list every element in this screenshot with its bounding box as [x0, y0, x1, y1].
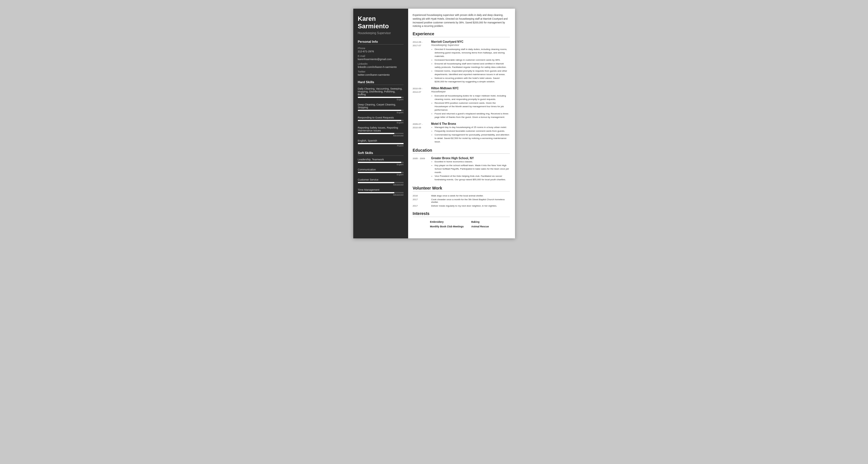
twitter-label: Twitter	[358, 70, 404, 73]
vol-year: 2017	[413, 205, 428, 207]
skill-name: Time Management	[358, 188, 404, 191]
entry-company: Motel 6 The Bronx	[431, 122, 510, 125]
phone-value: 212-671-2976	[358, 50, 404, 53]
education-entry: 2005 - 2009Greater Bronx High School, NY…	[413, 157, 510, 182]
volunteer-entry: 2016Walk dogs once a week for the local …	[413, 194, 510, 197]
entry-company: Hilton Midtown NYC	[431, 87, 510, 90]
skill-level: Advanced	[358, 183, 404, 186]
skill-bar-fill	[358, 182, 394, 183]
interest-item: Baking	[471, 220, 510, 224]
skill-level: Expert	[358, 111, 404, 114]
vol-year: 2017	[413, 198, 428, 204]
interests-grid: EmbroideryBakingMonthly Book Club Meetin…	[413, 220, 510, 228]
twitter-value: twitter.com/karen-sarmiento	[358, 73, 404, 76]
edu-bullets: Excelled in home economics classes.Key p…	[431, 160, 510, 181]
interest-item: Embroidery	[430, 220, 468, 224]
skill-name: Responding to Guest Requests	[358, 116, 404, 119]
experience-entries: 2014-08 - 2017-07Marriott Courtyard NYCH…	[413, 40, 510, 144]
volunteer-entry: 2017Cook chowder once a month for the 5t…	[413, 198, 510, 204]
education-section: Education 2005 - 2009Greater Bronx High …	[413, 148, 510, 182]
skill-level: Expert	[358, 98, 404, 101]
entry-jobtitle: Housekeeper	[431, 90, 510, 93]
skill-name: Deep Cleaning, Carpet Cleaning, Strippin…	[358, 103, 404, 109]
sidebar: Karen Sarmiento Housekeeping Supervisor …	[353, 9, 408, 238]
edu-body: Greater Bronx High School, NYExcelled in…	[431, 157, 510, 182]
bullet-item: Managed day to day housekeeping of 25 ro…	[435, 126, 510, 129]
edu-school: Greater Bronx High School, NY	[431, 157, 510, 160]
bullet-item: Executed all housekeeping duties for a m…	[435, 94, 510, 101]
bullet-item: Ensured all housekeeping staff were trai…	[435, 62, 510, 69]
skill-bar-bg	[358, 182, 404, 183]
experience-entry: 2014-08 - 2017-07Marriott Courtyard NYCH…	[413, 40, 510, 84]
edu-bullet-item: Excelled in home economics classes.	[435, 160, 510, 163]
volunteer-entry: 2017Deliver meals regularly to my next d…	[413, 205, 510, 207]
skill-name: Communication	[358, 168, 404, 171]
skill-bar-bg	[358, 192, 404, 193]
bullet-item: Commended by management for punctuality,…	[435, 133, 510, 144]
summary-text: Experienced housekeeping supervisor with…	[413, 13, 510, 28]
skill-name: Customer Service	[358, 178, 404, 181]
candidate-name: Karen Sarmiento	[358, 15, 404, 30]
skill-level: Expert	[358, 121, 404, 124]
bullet-item: Directed 6 housekeeping staff in daily d…	[435, 48, 510, 58]
entry-body: Hilton Midtown NYCHousekeeperExecuted al…	[431, 87, 510, 119]
entry-bullets: Managed day to day housekeeping of 25 ro…	[431, 126, 510, 144]
skill-level: Expert	[358, 173, 404, 176]
linkedin-value: linkedin.com/in/karen-h-sarmiento	[358, 66, 404, 68]
entry-jobtitle: Housekeeping Supervisor	[431, 43, 510, 47]
skill-bar-bg	[358, 97, 404, 98]
edu-bullet-item: Key player on the school softball team. …	[435, 164, 510, 174]
interest-item: Monthly Book Club Meetings	[430, 224, 468, 228]
entry-company: Marriott Courtyard NYC	[431, 40, 510, 43]
skill-level: Fluent	[358, 145, 404, 147]
bullet-item: Frequently received favorable customer c…	[435, 129, 510, 133]
edu-bullet-item: Vice President of the Kids Helping Kids …	[435, 175, 510, 181]
skill-level: Advanced	[358, 134, 404, 137]
skill-bar-bg	[358, 120, 404, 121]
soft-skills-heading: Soft Skills	[358, 151, 404, 156]
vol-text: Cook chowder once a month for the 5th St…	[431, 198, 510, 204]
entry-date: 2014-08 - 2017-07	[413, 40, 428, 84]
experience-entry: 2009-07 - 2010-06Motel 6 The BronxManage…	[413, 122, 510, 144]
bullet-item: Found and returned a guest's misplaced w…	[435, 112, 510, 119]
experience-section: Experience 2014-08 - 2017-07Marriott Cou…	[413, 31, 510, 144]
education-heading: Education	[413, 148, 510, 154]
entry-date: 2009-07 - 2010-06	[413, 122, 428, 144]
interest-item: Animal Rescue	[471, 224, 510, 228]
skill-level: Advanced	[358, 193, 404, 196]
skill-bar-fill	[358, 97, 401, 98]
skill-bar-bg	[358, 143, 404, 144]
bullet-item: Cleaned rooms, responded promptly to req…	[435, 69, 510, 76]
skill-bar-bg	[358, 172, 404, 173]
experience-heading: Experience	[413, 31, 510, 37]
skill-name: Daily Cleaning, Vacuuming, Sweeping, Mop…	[358, 87, 404, 96]
skill-bar-fill	[358, 162, 401, 163]
skill-bar-fill	[358, 143, 404, 144]
vol-text: Deliver meals regularly to my next door …	[431, 205, 510, 207]
experience-entry: 2010-09 - 2014-07Hilton Midtown NYCHouse…	[413, 87, 510, 119]
bullet-item: Increased favorable ratings in customer …	[435, 58, 510, 62]
edu-date: 2005 - 2009	[413, 157, 428, 182]
vol-year: 2016	[413, 194, 428, 197]
entry-bullets: Executed all housekeeping duties for a m…	[431, 94, 510, 119]
skill-bar-fill	[358, 133, 394, 134]
skill-bar-fill	[358, 172, 401, 173]
entry-bullets: Directed 6 housekeeping staff in daily d…	[431, 48, 510, 84]
personal-info-heading: Personal Info	[358, 40, 404, 44]
email-label: E-mail	[358, 55, 404, 58]
skill-name: English, Spanish	[358, 139, 404, 142]
linkedin-label: LinkedIn	[358, 62, 404, 65]
education-entries: 2005 - 2009Greater Bronx High School, NY…	[413, 157, 510, 182]
skill-bar-fill	[358, 120, 401, 121]
bullet-item: Noticed a recurring problem with the hot…	[435, 76, 510, 84]
bullet-item: Received 95% positive customer comment c…	[435, 101, 510, 112]
skill-name: Leadership, Teamwork	[358, 158, 404, 161]
interests-heading: Interests	[413, 211, 510, 217]
skill-bar-fill	[358, 110, 401, 111]
skill-bar-bg	[358, 110, 404, 111]
entry-body: Marriott Courtyard NYCHousekeeping Super…	[431, 40, 510, 84]
volunteer-section: Volunteer Work 2016Walk dogs once a week…	[413, 186, 510, 207]
resume-container: Karen Sarmiento Housekeeping Supervisor …	[353, 9, 515, 238]
phone-label: Phone	[358, 47, 404, 50]
soft-skills-container: Leadership, TeamworkExpertCommunicationE…	[358, 158, 404, 196]
